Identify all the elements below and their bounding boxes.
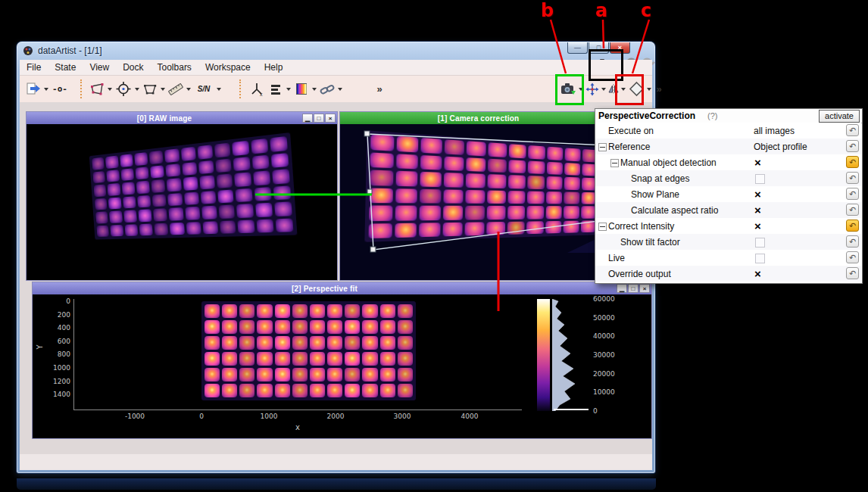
move-tool-button[interactable] — [585, 79, 600, 99]
reset-button[interactable]: ↶ — [846, 124, 859, 136]
layers-icon — [269, 83, 283, 96]
solar-cell — [135, 167, 148, 179]
colorbar-gradient[interactable] — [537, 299, 550, 411]
checkbox-unchecked[interactable] — [755, 238, 765, 248]
reset-button[interactable]: ↶ — [846, 204, 859, 216]
window-title: dataArtist - [1/1] — [38, 45, 102, 56]
x-tick: -1000 — [116, 413, 154, 420]
menu-state[interactable]: State — [48, 60, 83, 75]
checkbox-checked[interactable]: × — [754, 187, 761, 201]
snr-button[interactable]: S/N — [192, 79, 215, 99]
tree-expander-icon[interactable] — [598, 223, 607, 231]
reset-button[interactable]: ↶ — [846, 140, 859, 152]
param-row-execute-on[interactable]: Execute on all images ↶ — [595, 123, 861, 139]
colormap-button[interactable] — [292, 79, 311, 99]
reset-button[interactable]: ↶ — [846, 188, 859, 200]
quad-tool-button[interactable] — [141, 79, 159, 99]
menu-toolbars[interactable]: Toolbars — [151, 60, 198, 75]
dock-minimize-button[interactable]: ▁ — [302, 114, 313, 123]
param-row-calculate-aspect-ratio[interactable]: Calculate aspect ratio × ↶ — [595, 202, 861, 219]
solar-cell — [257, 384, 272, 397]
colormap-dropdown-caret[interactable] — [312, 88, 317, 91]
dock-fit-titlebar[interactable]: [2] Perspective fit ▁ □ × — [33, 282, 651, 294]
perspective-dropdown-caret[interactable] — [647, 88, 651, 91]
param-row-manual-object-detection[interactable]: Manual object detection × ↶ — [595, 154, 861, 171]
checkbox-unchecked[interactable] — [755, 254, 765, 263]
roi-polygon-button[interactable] — [88, 79, 106, 99]
ruler-dropdown-caret[interactable] — [186, 88, 191, 91]
perspective-fit-plot[interactable]: Y 0 200 400 600 800 1000 1200 1400 -1000 — [33, 294, 651, 438]
reset-button-modified[interactable]: ↶ — [846, 220, 859, 232]
solar-cell — [234, 172, 251, 186]
target-dropdown-caret[interactable] — [135, 88, 139, 91]
solar-cell — [327, 336, 342, 350]
snr-dropdown-caret[interactable] — [217, 88, 221, 91]
move-dropdown-caret[interactable] — [601, 88, 606, 91]
checkbox-checked[interactable]: × — [754, 155, 761, 170]
param-row-show-plane[interactable]: Show Plane × ↶ — [595, 186, 861, 203]
menu-view[interactable]: View — [83, 60, 116, 75]
dock-maximize-button[interactable]: □ — [314, 114, 324, 123]
raw-image-view[interactable] — [27, 124, 337, 280]
menu-workspace[interactable]: Workspace — [198, 60, 258, 75]
solar-cell — [398, 384, 413, 397]
dock-raw-titlebar[interactable]: [0] RAW image ▁ □ × — [27, 112, 337, 124]
minimize-button[interactable]: — — [567, 42, 588, 54]
toolbar-overflow-button[interactable]: » — [373, 79, 386, 99]
ruler-button[interactable] — [167, 79, 185, 99]
param-row-show-tilt-factor[interactable]: Show tilt factor ↶ — [595, 234, 861, 251]
export-dropdown-caret[interactable] — [44, 88, 48, 91]
param-row-live[interactable]: Live ↶ — [595, 250, 861, 266]
connector-button[interactable]: -o- — [50, 79, 70, 99]
activate-button[interactable]: activate — [819, 110, 860, 123]
link-dropdown-caret[interactable] — [338, 88, 342, 91]
roi-polygon-icon — [89, 82, 105, 96]
toolbar-overflow-button-2[interactable]: » — [653, 79, 665, 99]
axes-button[interactable]: x — [247, 79, 267, 99]
param-label: Live — [608, 253, 625, 263]
reset-button[interactable]: ↶ — [846, 251, 859, 263]
param-value[interactable]: all images — [754, 126, 795, 136]
solar-cell — [123, 210, 137, 222]
checkbox-checked[interactable]: × — [754, 203, 761, 217]
param-label: Execute on — [608, 126, 654, 136]
reset-button[interactable]: ↶ — [846, 172, 859, 184]
window-titlebar[interactable]: dataArtist - [1/1] — [17, 42, 655, 60]
menu-help[interactable]: Help — [258, 60, 290, 75]
param-row-snap-at-edges[interactable]: Snap at edges ↶ — [595, 170, 861, 187]
target-button[interactable] — [114, 79, 133, 99]
panel-help-link[interactable]: (?) — [707, 111, 717, 120]
solar-cell — [362, 336, 377, 350]
dock-minimize-button[interactable]: ▁ — [617, 284, 627, 293]
layers-dropdown-caret[interactable] — [286, 88, 291, 91]
colorbar-tick: 50000 — [593, 314, 615, 322]
quad-handle-bl — [370, 247, 376, 252]
dock-raw-controls: ▁ □ × — [302, 114, 336, 123]
param-row-reference[interactable]: Reference Object profile ↶ — [595, 139, 861, 155]
menu-dock[interactable]: Dock — [116, 60, 150, 75]
checkbox-checked[interactable]: × — [754, 219, 761, 233]
solar-cell — [232, 141, 248, 156]
param-row-override-output[interactable]: Override output × ↶ — [595, 266, 861, 282]
link-button[interactable] — [318, 79, 336, 99]
param-row-correct-intensity[interactable]: Correct Intensity × ↶ — [595, 218, 861, 235]
solar-cell — [182, 162, 197, 176]
reset-button[interactable]: ↶ — [846, 235, 859, 248]
menu-file[interactable]: File — [20, 60, 48, 75]
param-value[interactable]: Object profile — [754, 142, 807, 152]
tree-expander-icon[interactable] — [598, 143, 607, 151]
checkbox-checked[interactable]: × — [754, 266, 761, 281]
dock-maximize-button[interactable]: □ — [628, 284, 639, 293]
checkbox-unchecked[interactable] — [755, 174, 765, 184]
tree-expander-icon[interactable] — [610, 159, 619, 167]
quad-dropdown-caret[interactable] — [161, 88, 165, 91]
reset-button[interactable]: ↶ — [846, 267, 859, 279]
reset-button-modified[interactable]: ↶ — [846, 156, 859, 168]
layers-button[interactable] — [267, 79, 285, 99]
export-button[interactable] — [24, 79, 42, 99]
roi-dropdown-caret[interactable] — [108, 88, 112, 91]
solar-cell — [184, 192, 199, 205]
solar-cell — [222, 320, 237, 334]
dock-close-button[interactable]: × — [325, 114, 336, 123]
dock-close-button[interactable]: × — [639, 284, 650, 293]
